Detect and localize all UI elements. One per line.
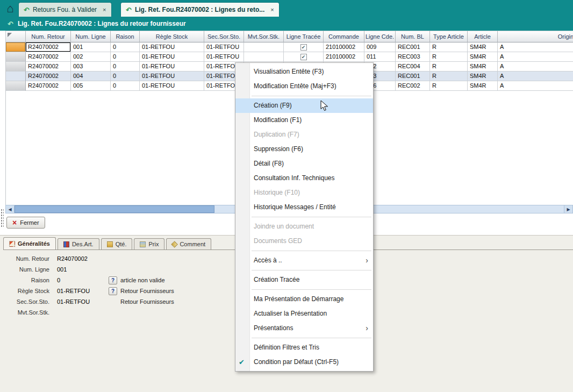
cell-regle_stock[interactable]: 01-RETFOU (140, 81, 204, 91)
menu-item[interactable]: Création Tracée (235, 273, 373, 287)
cell-origine[interactable]: A (498, 62, 573, 72)
cell-raison[interactable]: 0 (111, 62, 140, 72)
column-header-num_bl[interactable]: Num. BL (396, 31, 430, 42)
menu-item[interactable]: Présentations (235, 321, 373, 336)
cell-ligne_tracee[interactable] (284, 52, 324, 62)
cell-article[interactable]: SM4R (468, 52, 498, 62)
menu-item[interactable]: Condition par Défaut (Ctrl-F5) (235, 355, 373, 369)
row-selector[interactable] (6, 42, 26, 52)
cell-origine[interactable]: A (498, 52, 573, 62)
close-tab-icon[interactable]: × (103, 6, 106, 13)
detail-tab-item[interactable]: Des.Art. (58, 238, 99, 250)
cell-article[interactable]: SM4R (468, 72, 498, 81)
cell-num_retour[interactable]: R24070002 (26, 42, 71, 52)
row-selector[interactable] (6, 62, 26, 72)
detail-tab-generalites[interactable]: Généralités (3, 237, 56, 250)
cell-sec_sor_sto[interactable]: 01-RETFOU (204, 52, 244, 62)
cell-raison[interactable]: 0 (111, 42, 140, 52)
detail-tab-item[interactable]: Comment (166, 238, 211, 250)
cell-regle_stock[interactable]: 01-RETFOU (140, 42, 204, 52)
ligne-tracee-checkbox[interactable] (300, 44, 307, 51)
cell-type_article[interactable]: R (430, 52, 468, 62)
cell-type_article[interactable]: R (430, 62, 468, 72)
menu-item[interactable]: Actualiser la Présentation (235, 307, 373, 321)
grid-row[interactable]: R24070002002001-RETFOU01-RETFOU210100002… (6, 52, 573, 62)
cell-num_ligne[interactable]: 003 (71, 62, 111, 72)
column-header-num_retour[interactable]: Num. Retour (26, 31, 71, 42)
cell-type_article[interactable]: R (430, 72, 468, 81)
cell-origine[interactable]: A (498, 72, 573, 81)
cell-ligne_cde[interactable]: 011 (364, 52, 396, 62)
menu-item[interactable]: Définition Filtres et Tris (235, 340, 373, 355)
cell-num_ligne[interactable]: 001 (71, 42, 111, 52)
cell-num_retour[interactable]: R24070002 (26, 52, 71, 62)
cell-num_bl[interactable]: REC003 (396, 52, 430, 62)
close-tab-icon[interactable]: × (270, 6, 274, 13)
column-header-ligne_tracee[interactable]: Ligne Tracée (284, 31, 324, 42)
cell-num_bl[interactable]: REC001 (396, 42, 430, 52)
cell-origine[interactable]: A (498, 42, 573, 52)
cell-raison[interactable]: 0 (111, 52, 140, 62)
scrollbar-thumb[interactable] (15, 205, 214, 213)
cell-regle_stock[interactable]: 01-RETFOU (140, 62, 204, 72)
column-header-regle_stock[interactable]: Règle Stock (140, 31, 204, 42)
menu-item[interactable]: Suppression (F6) (235, 142, 373, 156)
row-selector[interactable] (6, 72, 26, 81)
cell-mvt_sor_stk[interactable] (244, 42, 284, 52)
menu-item-highlighted[interactable]: Création (F9) (235, 98, 373, 113)
cell-commande[interactable]: 210100002 (324, 52, 364, 62)
row-selector[interactable] (6, 52, 26, 62)
fermer-button[interactable]: Fermer (6, 217, 45, 229)
cell-num_retour[interactable]: R24070002 (26, 62, 71, 72)
cell-ligne_cde[interactable]: 009 (364, 42, 396, 52)
cell-type_article[interactable]: R (430, 81, 468, 91)
menu-item[interactable]: Consultation Inf. Techniques (235, 171, 373, 186)
panel-splitter-handle[interactable] (1, 209, 4, 228)
cell-num_bl[interactable]: REC004 (396, 62, 430, 72)
cell-num_bl[interactable]: REC002 (396, 81, 430, 91)
cell-type_article[interactable]: R (430, 42, 468, 52)
detail-tab-item[interactable]: Prix (134, 238, 164, 250)
menu-item[interactable]: Modification (F1) (235, 113, 373, 127)
cell-commande[interactable]: 210100002 (324, 42, 364, 52)
cell-regle_stock[interactable]: 01-RETFOU (140, 72, 204, 81)
column-header-article[interactable]: Article (468, 31, 498, 42)
cell-article[interactable]: SM4R (468, 81, 498, 91)
column-header-ligne_cde[interactable]: Ligne Cde. (364, 31, 396, 42)
ligne-tracee-checkbox[interactable] (300, 54, 307, 60)
cell-raison[interactable]: 0 (111, 72, 140, 81)
cell-article[interactable]: SM4R (468, 42, 498, 52)
help-button[interactable]: ? (109, 287, 117, 295)
scroll-right-icon[interactable] (564, 205, 572, 213)
cell-num_ligne[interactable]: 004 (71, 72, 111, 81)
cell-num_retour[interactable]: R24070002 (26, 72, 71, 81)
column-header-type_article[interactable]: Type Article (430, 31, 468, 42)
menu-item[interactable]: Accès à .. (235, 253, 373, 268)
app-tab[interactable]: ↶Retours Fou. à Valider× (18, 2, 112, 17)
cell-num_retour[interactable]: R24070002 (26, 81, 71, 91)
column-header-num_ligne[interactable]: Num. Ligne (71, 31, 111, 42)
row-selector[interactable] (6, 81, 26, 91)
scroll-left-icon[interactable] (6, 205, 15, 213)
column-header-sec_sor_sto[interactable]: Sec.Sor.Sto. (204, 31, 244, 42)
cell-num_bl[interactable]: REC001 (396, 72, 430, 81)
cell-ligne_tracee[interactable] (284, 42, 324, 52)
column-header-mvt_sor_stk[interactable]: Mvt.Sor.Stk. (244, 31, 284, 42)
grid-row[interactable]: R24070002001001-RETFOU01-RETFOU210100002… (6, 42, 573, 52)
help-button[interactable]: ? (109, 276, 117, 284)
menu-item[interactable]: Visualisation Entête (F3) (235, 65, 373, 79)
cell-article[interactable]: SM4R (468, 62, 498, 72)
cell-num_ligne[interactable]: 002 (71, 52, 111, 62)
app-tab-active[interactable]: ↶Lig. Ret. Fou.R24070002 : Lignes du ret… (120, 2, 280, 17)
cell-regle_stock[interactable]: 01-RETFOU (140, 52, 204, 62)
column-header-origine[interactable]: Origine (498, 31, 573, 42)
detail-tab-item[interactable]: Qté. (101, 238, 133, 250)
menu-item[interactable]: Détail (F8) (235, 156, 373, 171)
cell-origine[interactable]: A (498, 81, 573, 91)
cell-raison[interactable]: 0 (111, 81, 140, 91)
column-header-commande[interactable]: Commande (324, 31, 364, 42)
menu-item[interactable]: Modification Entête (Maj+F3) (235, 79, 373, 94)
cell-sec_sor_sto[interactable]: 01-RETFOU (204, 42, 244, 52)
home-button[interactable] (3, 1, 18, 16)
menu-item[interactable]: Ma Présentation de Démarrage (235, 292, 373, 307)
